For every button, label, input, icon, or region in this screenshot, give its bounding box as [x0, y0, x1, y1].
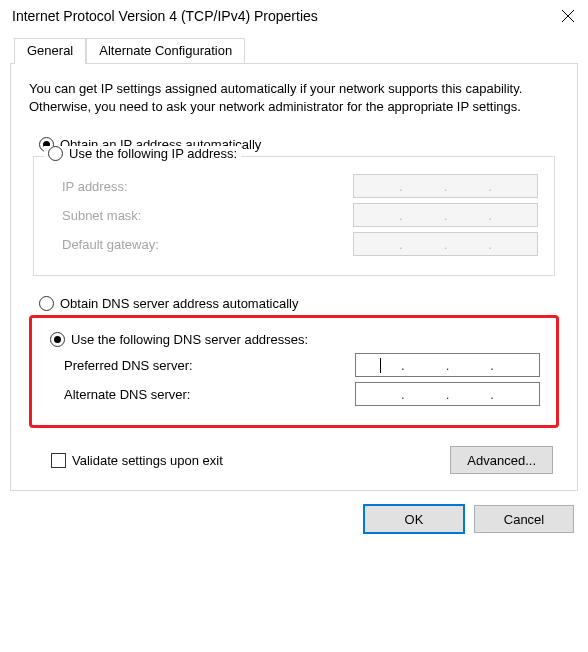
tabstrip: General Alternate Configuration [14, 36, 588, 63]
close-icon[interactable] [558, 6, 578, 26]
radio-dns-manual[interactable]: Use the following DNS server addresses: [50, 332, 308, 347]
radio-dns-auto[interactable]: Obtain DNS server address automatically [39, 296, 559, 311]
radio-icon [39, 296, 54, 311]
radio-icon [48, 146, 63, 161]
tab-panel-general: You can get IP settings assigned automat… [10, 63, 578, 491]
cancel-button[interactable]: Cancel [474, 505, 574, 533]
radio-label: Obtain DNS server address automatically [60, 296, 298, 311]
field-label: Preferred DNS server: [64, 358, 193, 373]
radio-ip-manual[interactable]: Use the following IP address: [48, 146, 237, 161]
ip-address-input: ... [353, 174, 538, 198]
subnet-mask-input: ... [353, 203, 538, 227]
window-title: Internet Protocol Version 4 (TCP/IPv4) P… [12, 8, 318, 24]
alternate-dns-input[interactable]: ... [355, 382, 540, 406]
group-ip-manual: Use the following IP address: IP address… [33, 156, 555, 276]
field-subnet-mask: Subnet mask: ... [62, 203, 538, 227]
radio-label: Use the following DNS server addresses: [71, 332, 308, 347]
ok-button[interactable]: OK [364, 505, 464, 533]
tab-general[interactable]: General [14, 38, 86, 64]
field-label: Subnet mask: [62, 208, 142, 223]
radio-label: Use the following IP address: [69, 146, 237, 161]
field-preferred-dns: Preferred DNS server: ... [64, 353, 540, 377]
panel-footer: Validate settings upon exit Advanced... [51, 446, 553, 474]
field-default-gateway: Default gateway: ... [62, 232, 538, 256]
intro-text: You can get IP settings assigned automat… [29, 80, 559, 115]
text-cursor-icon [380, 358, 381, 373]
preferred-dns-input[interactable]: ... [355, 353, 540, 377]
field-label: IP address: [62, 179, 128, 194]
field-label: Alternate DNS server: [64, 387, 190, 402]
field-label: Default gateway: [62, 237, 159, 252]
field-ip-address: IP address: ... [62, 174, 538, 198]
titlebar: Internet Protocol Version 4 (TCP/IPv4) P… [0, 0, 588, 36]
checkbox-validate-settings[interactable]: Validate settings upon exit [51, 453, 223, 468]
highlight-dns-section: Use the following DNS server addresses: … [29, 315, 559, 428]
checkbox-label: Validate settings upon exit [72, 453, 223, 468]
group-dns-manual: Use the following DNS server addresses: … [42, 326, 546, 406]
field-alternate-dns: Alternate DNS server: ... [64, 382, 540, 406]
dialog-buttons: OK Cancel [0, 491, 588, 533]
default-gateway-input: ... [353, 232, 538, 256]
checkbox-icon [51, 453, 66, 468]
advanced-button[interactable]: Advanced... [450, 446, 553, 474]
radio-icon [50, 332, 65, 347]
tab-alternate-configuration[interactable]: Alternate Configuration [86, 38, 245, 63]
